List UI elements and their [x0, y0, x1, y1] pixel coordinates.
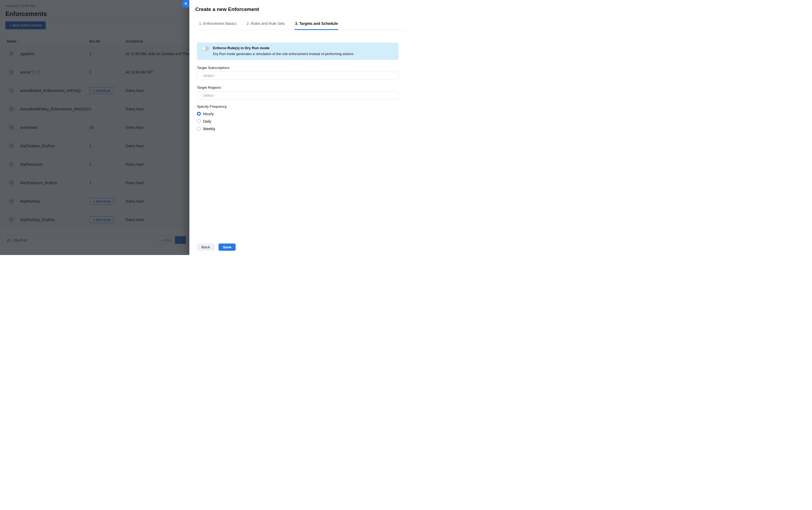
close-icon[interactable]: ✕ — [182, 0, 190, 7]
tab-enforcement-basics[interactable]: 1. Enforcement Basics — [199, 21, 237, 30]
save-button[interactable]: Save — [219, 243, 236, 251]
radio-unselected-icon — [197, 127, 201, 131]
dry-run-title: Enforce Rule(s) in Dry Run mode — [213, 46, 354, 50]
frequency-option-daily[interactable]: Daily — [197, 119, 399, 123]
target-regions-label: Target Regions — [197, 86, 399, 90]
specify-frequency-label: Specify Frequency — [197, 104, 399, 109]
radio-unselected-icon — [197, 119, 201, 123]
target-subscriptions-placeholder: - Select - — [201, 73, 216, 78]
dry-run-toggle[interactable] — [202, 47, 209, 51]
target-subscriptions-select[interactable]: - Select - — [197, 72, 399, 80]
panel-title: Create a new Enforcement — [190, 0, 406, 12]
radio-selected-icon — [197, 112, 201, 116]
back-button[interactable]: Back — [197, 243, 214, 251]
tab-rules-and-rule-sets[interactable]: 2. Rules and Rule Sets — [246, 21, 285, 30]
target-regions-placeholder: - Select - — [201, 93, 216, 97]
target-subscriptions-label: Target Subscriptions — [197, 66, 399, 70]
target-regions-select[interactable]: - Select - — [197, 91, 399, 99]
frequency-option-weekly[interactable]: Weekly — [197, 126, 399, 131]
toggle-knob-icon — [202, 47, 205, 50]
tab-targets-and-schedule[interactable]: 3. Targets and Schedule — [294, 21, 338, 30]
wizard-tabs: 1. Enforcement Basics 2. Rules and Rule … — [199, 21, 406, 30]
dry-run-banner: Enforce Rule(s) in Dry Run mode Dry Run … — [197, 42, 399, 60]
frequency-option-hourly[interactable]: Hourly — [197, 112, 399, 116]
create-enforcement-panel: ✕ Create a new Enforcement 1. Enforcemen… — [190, 0, 406, 255]
screen: Account: CCM-NG Enforcements + New Enfor… — [0, 0, 406, 255]
dry-run-description: Dry Run mode generates a simulation of t… — [213, 52, 354, 56]
